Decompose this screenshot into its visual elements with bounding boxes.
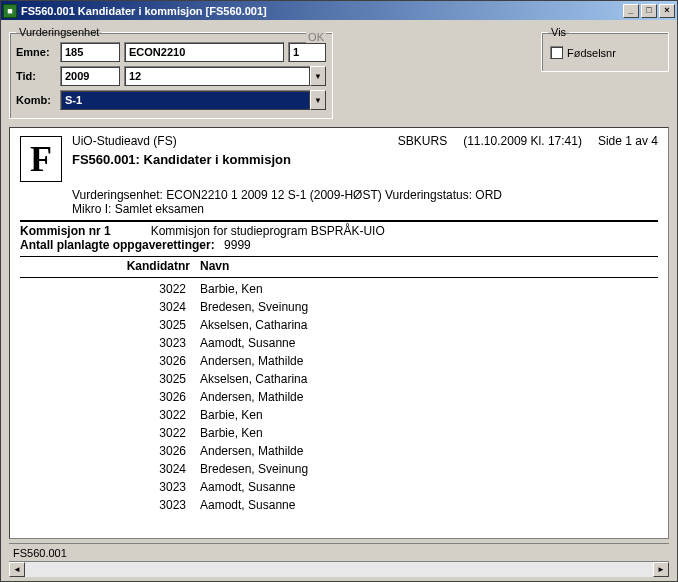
cell-navn: Bredesen, Sveinung — [200, 298, 658, 316]
report-title: FS560.001: Kandidater i kommisjon — [72, 152, 658, 167]
table-row: 3022Barbie, Ken — [20, 406, 658, 424]
kommisjon-row: Kommisjon nr 1 Kommisjon for studieprogr… — [20, 224, 658, 238]
report-area[interactable]: F UiO-Studieavd (FS) SBKURS (11.10.2009 … — [9, 127, 669, 539]
status-text: FS560.001 — [13, 547, 67, 559]
org-label: UiO-Studieavd (FS) — [72, 134, 177, 148]
table-row: 3022Barbie, Ken — [20, 424, 658, 442]
table-row: 3023Aamodt, Susanne — [20, 496, 658, 514]
table-row: 3023Aamodt, Susanne — [20, 478, 658, 496]
cell-navn: Andersen, Mathilde — [200, 442, 658, 460]
vis-legend: Vis — [548, 26, 569, 38]
table-row: 3025Akselsen, Catharina — [20, 370, 658, 388]
window-buttons: _ □ × — [623, 4, 675, 18]
emne-code-input[interactable] — [60, 42, 120, 62]
table-row: 3024Bredesen, Sveinung — [20, 460, 658, 478]
antall-value: 9999 — [224, 238, 251, 252]
report-header: F UiO-Studieavd (FS) SBKURS (11.10.2009 … — [20, 134, 658, 182]
page-label: Side 1 av 4 — [598, 134, 658, 148]
fodselsnr-label: Fødselsnr — [567, 47, 616, 59]
vurderingsenhet-fieldset: Vurderingsenhet OK Emne: Tid: ▼ Komb: ▼ — [9, 26, 333, 119]
cell-navn: Akselsen, Catharina — [200, 316, 658, 334]
col-navn: Navn — [200, 259, 658, 273]
table-row: 3026Andersen, Mathilde — [20, 442, 658, 460]
fodselsnr-checkbox[interactable] — [550, 46, 563, 59]
tid-month-input[interactable] — [124, 66, 310, 86]
cell-kandidatnr: 3024 — [20, 460, 200, 478]
table-body: 3022Barbie, Ken3024Bredesen, Sveinung302… — [20, 280, 658, 514]
emne-seq-input[interactable] — [288, 42, 326, 62]
kommisjon-label: Kommisjon nr 1 — [20, 224, 111, 238]
antall-row: Antall planlagte oppgaverettinger: 9999 — [20, 238, 658, 252]
kommisjon-text: Kommisjon for studieprogram BSPRÅK-UIO — [151, 224, 385, 238]
tid-label: Tid: — [16, 70, 56, 82]
cell-kandidatnr: 3022 — [20, 280, 200, 298]
tid-year-input[interactable] — [60, 66, 120, 86]
cell-navn: Bredesen, Sveinung — [200, 460, 658, 478]
close-button[interactable]: × — [659, 4, 675, 18]
emne-subject-input[interactable] — [124, 42, 284, 62]
statusbar: FS560.001 — [9, 543, 669, 561]
ok-label: OK — [306, 31, 326, 43]
cell-kandidatnr: 3024 — [20, 298, 200, 316]
col-kandidatnr: Kandidatnr — [20, 259, 200, 273]
toolbar: Vurderingsenhet OK Emne: Tid: ▼ Komb: ▼ — [1, 20, 677, 127]
cell-kandidatnr: 3022 — [20, 424, 200, 442]
vurderingsenhet-legend: Vurderingsenhet — [16, 26, 102, 38]
cell-navn: Andersen, Mathilde — [200, 388, 658, 406]
antall-label: Antall planlagte oppgaverettinger: — [20, 238, 215, 252]
maximize-button[interactable]: □ — [641, 4, 657, 18]
chevron-down-icon[interactable]: ▼ — [310, 90, 326, 110]
sub-line: Mikro I: Samlet eksamen — [20, 202, 658, 216]
scroll-right-icon[interactable]: ► — [653, 562, 669, 577]
divider-thick — [20, 220, 658, 222]
cell-navn: Aamodt, Susanne — [200, 496, 658, 514]
komb-label: Komb: — [16, 94, 56, 106]
fodselsnr-row: Fødselsnr — [548, 42, 662, 63]
table-header: Kandidatnr Navn — [20, 259, 658, 273]
cell-navn: Aamodt, Susanne — [200, 478, 658, 496]
cell-kandidatnr: 3026 — [20, 352, 200, 370]
komb-combo[interactable]: ▼ — [60, 90, 326, 110]
cell-kandidatnr: 3023 — [20, 334, 200, 352]
timestamp-label: (11.10.2009 Kl. 17:41) — [463, 134, 582, 148]
titlebar: ■ FS560.001 Kandidater i kommisjon [FS56… — [1, 1, 677, 20]
cell-navn: Aamodt, Susanne — [200, 334, 658, 352]
cell-navn: Barbie, Ken — [200, 406, 658, 424]
minimize-button[interactable]: _ — [623, 4, 639, 18]
cell-navn: Barbie, Ken — [200, 424, 658, 442]
scroll-left-icon[interactable]: ◄ — [9, 562, 25, 577]
table-row: 3026Andersen, Mathilde — [20, 388, 658, 406]
cell-kandidatnr: 3023 — [20, 496, 200, 514]
report-page: F UiO-Studieavd (FS) SBKURS (11.10.2009 … — [10, 128, 668, 524]
divider-thin — [20, 256, 658, 257]
app-icon: ■ — [3, 4, 17, 18]
table-row: 3022Barbie, Ken — [20, 280, 658, 298]
emne-label: Emne: — [16, 46, 56, 58]
window-title: FS560.001 Kandidater i kommisjon [FS560.… — [21, 5, 623, 17]
cell-navn: Akselsen, Catharina — [200, 370, 658, 388]
table-row: 3023Aamodt, Susanne — [20, 334, 658, 352]
cell-kandidatnr: 3026 — [20, 442, 200, 460]
vis-fieldset: Vis Fødselsnr — [541, 26, 669, 72]
user-label: SBKURS — [398, 134, 447, 148]
table-row: 3026Andersen, Mathilde — [20, 352, 658, 370]
window: ■ FS560.001 Kandidater i kommisjon [FS56… — [0, 0, 678, 582]
divider-thin — [20, 277, 658, 278]
fs-logo-icon: F — [20, 136, 62, 182]
unit-line: Vurderingsenhet: ECON2210 1 2009 12 S-1 … — [20, 188, 658, 202]
table-row: 3024Bredesen, Sveinung — [20, 298, 658, 316]
cell-navn: Barbie, Ken — [200, 280, 658, 298]
komb-input[interactable] — [60, 90, 310, 110]
cell-kandidatnr: 3022 — [20, 406, 200, 424]
cell-navn: Andersen, Mathilde — [200, 352, 658, 370]
horizontal-scrollbar[interactable]: ◄ ► — [9, 561, 669, 577]
table-row: 3025Akselsen, Catharina — [20, 316, 658, 334]
cell-kandidatnr: 3025 — [20, 316, 200, 334]
cell-kandidatnr: 3023 — [20, 478, 200, 496]
chevron-down-icon[interactable]: ▼ — [310, 66, 326, 86]
scroll-track[interactable] — [25, 562, 653, 577]
cell-kandidatnr: 3025 — [20, 370, 200, 388]
cell-kandidatnr: 3026 — [20, 388, 200, 406]
tid-month-combo[interactable]: ▼ — [124, 66, 326, 86]
